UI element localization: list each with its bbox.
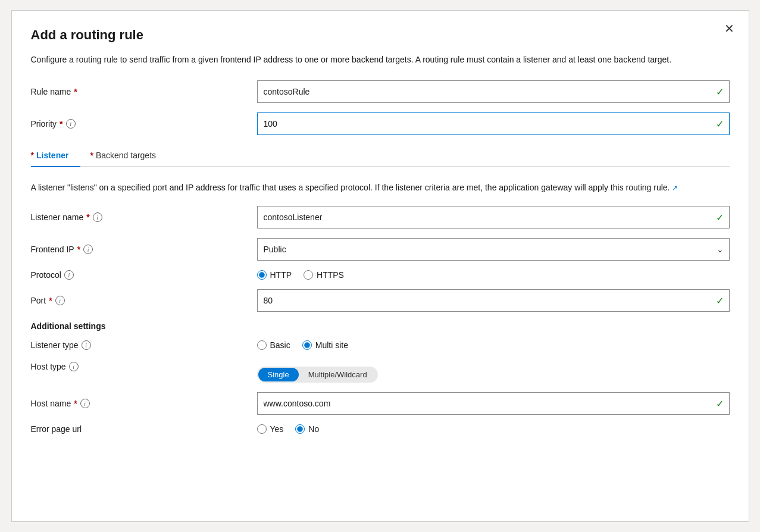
close-button[interactable]: ✕ [724,23,734,35]
port-info-icon[interactable]: i [55,296,65,305]
listener-type-label: Listener type i [31,340,257,350]
frontend-ip-label: Frontend IP * i [31,245,257,254]
listener-type-info-icon[interactable]: i [82,340,91,350]
priority-info-icon[interactable]: i [66,119,76,129]
dialog-description: Configure a routing rule to send traffic… [31,54,721,66]
listener-name-info-icon[interactable]: i [93,212,102,222]
protocol-info-icon[interactable]: i [64,270,74,280]
host-type-toggle-group: Single Multiple/Wildcard [257,367,378,383]
priority-row: Priority * i ✓ [31,112,730,135]
protocol-http-radio[interactable] [257,270,267,280]
priority-label: Priority * i [31,119,257,129]
protocol-radio-group: HTTP HTTPS [257,270,730,280]
host-name-input[interactable] [257,392,730,415]
tabs-section: * Listener * Backend targets [31,145,730,167]
error-page-yes-option[interactable]: Yes [257,424,284,434]
host-type-row: Host type i Single Multiple/Wildcard [31,359,730,383]
frontend-ip-row: Frontend IP * i Public Private ⌄ [31,238,730,261]
error-page-url-row: Error page url Yes No [31,424,730,434]
error-page-url-label: Error page url [31,424,257,434]
host-name-label: Host name * i [31,399,257,408]
error-page-yes-radio[interactable] [257,424,267,434]
protocol-row: Protocol i HTTP HTTPS [31,270,730,280]
protocol-https-radio[interactable] [304,270,313,280]
frontend-ip-select-wrapper: Public Private ⌄ [257,238,730,261]
protocol-label: Protocol i [31,270,257,280]
additional-settings-title: Additional settings [31,321,730,331]
listener-type-basic-label: Basic [270,340,290,350]
host-name-input-wrapper: ✓ [257,392,730,415]
host-type-label: Host type i [31,362,257,371]
host-name-row: Host name * i ✓ [31,392,730,415]
tabs: * Listener * Backend targets [31,145,730,167]
host-type-multiple-btn[interactable]: Multiple/Wildcard [299,368,377,381]
rule-name-required: * [74,87,77,96]
rule-name-input-wrapper: ✓ [257,80,730,103]
listener-type-multisite-radio[interactable] [302,340,312,350]
listener-name-check-icon: ✓ [716,212,724,223]
listener-type-multisite-label: Multi site [315,340,348,350]
listener-type-basic-option[interactable]: Basic [257,340,290,350]
protocol-http-option[interactable]: HTTP [257,270,292,280]
error-page-yes-label: Yes [270,424,284,434]
tab-backend-targets[interactable]: * Backend targets [90,145,168,166]
frontend-ip-info-icon[interactable]: i [83,245,93,254]
tab-listener[interactable]: * Listener [31,145,81,166]
listener-type-row: Listener type i Basic Multi site [31,340,730,350]
host-name-info-icon[interactable]: i [80,399,90,408]
add-routing-rule-dialog: ✕ Add a routing rule Configure a routing… [11,10,749,522]
priority-required: * [60,119,62,129]
learn-more-link[interactable]: ↗ [672,184,678,192]
priority-input-wrapper: ✓ [257,112,730,135]
priority-check-icon: ✓ [716,118,724,130]
listener-type-basic-radio[interactable] [257,340,267,350]
port-row: Port * i ✓ [31,289,730,312]
listener-type-radio-group: Basic Multi site [257,340,730,350]
frontend-ip-select[interactable]: Public Private [257,238,730,261]
rule-name-input[interactable] [257,80,730,103]
listener-name-label: Listener name * i [31,212,257,222]
rule-name-label: Rule name * [31,87,257,96]
host-type-single-btn[interactable]: Single [258,368,299,381]
listener-name-input[interactable] [257,206,730,229]
protocol-https-label: HTTPS [317,270,344,280]
listener-name-input-wrapper: ✓ [257,206,730,229]
error-page-no-label: No [308,424,319,434]
host-type-info-icon[interactable]: i [69,362,79,371]
rule-name-check-icon: ✓ [716,86,724,98]
priority-input[interactable] [257,112,730,135]
port-input-wrapper: ✓ [257,289,730,312]
port-label: Port * i [31,296,257,305]
host-name-check-icon: ✓ [716,398,724,409]
listener-description: A listener "listens" on a specified port… [31,181,721,194]
protocol-http-label: HTTP [270,270,292,280]
port-input[interactable] [257,289,730,312]
listener-name-row: Listener name * i ✓ [31,206,730,229]
protocol-https-option[interactable]: HTTPS [304,270,344,280]
error-page-no-radio[interactable] [295,424,305,434]
rule-name-row: Rule name * ✓ [31,80,730,103]
error-page-url-radio-group: Yes No [257,424,730,434]
port-check-icon: ✓ [716,295,724,306]
host-type-toggle-group-wrapper: Single Multiple/Wildcard [257,362,378,383]
error-page-no-option[interactable]: No [295,424,319,434]
dialog-title: Add a routing rule [31,27,730,43]
listener-type-multisite-option[interactable]: Multi site [302,340,348,350]
